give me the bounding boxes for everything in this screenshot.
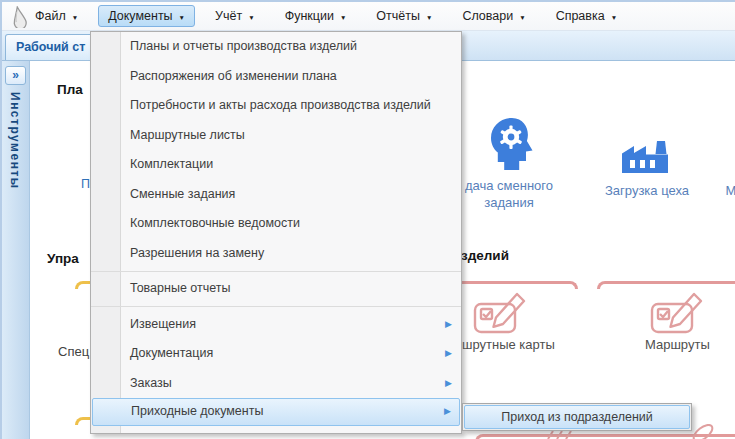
- menu-item-shift-tasks[interactable]: Сменные задания: [91, 180, 461, 210]
- expand-panel-button[interactable]: »: [5, 66, 26, 85]
- documents-dropdown-menu: Планы и отчеты производства изделий Расп…: [90, 31, 462, 434]
- menu-item-label: Потребности и акты расхода производства …: [130, 98, 431, 112]
- tools-panel-title: Инструменты: [8, 92, 22, 190]
- desktop-link-fragment[interactable]: П: [81, 177, 90, 191]
- menu-item-label: Документация: [130, 346, 213, 360]
- shortcut-shift-task-label[interactable]: дача сменного задания: [462, 178, 556, 212]
- menu-separator: [91, 271, 461, 272]
- menu-item-goods-reports[interactable]: Товарные отчеты: [91, 274, 461, 304]
- window-border-top: [0, 0, 735, 2]
- submenu-arrow-icon: ▶: [445, 339, 452, 369]
- caret-down-icon: ▼: [426, 14, 432, 21]
- menu-item-needs-consumption-acts[interactable]: Потребности и акты расхода производства …: [91, 91, 461, 121]
- menu-item-label: Товарные отчеты: [130, 281, 231, 295]
- shortcut-right-label-fragment[interactable]: М: [721, 183, 735, 200]
- menubar-item-reports[interactable]: Отчёты ▼: [366, 5, 442, 27]
- shift-task-head-gear-icon[interactable]: [482, 116, 538, 173]
- menu-item-label: Распоряжения об изменении плана: [130, 69, 337, 83]
- menu-item-label: Комплектовочные ведомости: [130, 216, 300, 230]
- submenu-arrow-icon: ▶: [444, 399, 451, 425]
- app-logo-drop-icon: [9, 6, 28, 28]
- section-heading-management-right: зделий: [461, 248, 509, 263]
- caret-down-icon: ▼: [179, 14, 185, 21]
- section-heading-management: Упра: [47, 251, 79, 266]
- menu-item-production-plans-reports[interactable]: Планы и отчеты производства изделий: [91, 32, 461, 62]
- menu-item-label: Приходные документы: [131, 404, 263, 418]
- menubar-item-file-label: Файл: [35, 9, 66, 23]
- menubar-item-help[interactable]: Справка ▼: [546, 5, 627, 27]
- menubar: Файл ▼ Документы ▼ Учёт ▼ Функции ▼ Отчё…: [2, 2, 735, 31]
- label-specifications-fragment: Спец: [58, 344, 89, 359]
- menu-item-kitting-lists[interactable]: Комплектовочные ведомости: [91, 209, 461, 239]
- menubar-item-documents-label: Документы: [108, 9, 172, 23]
- section-heading-planning: Пла: [57, 82, 83, 97]
- submenu-item-receipt-from-departments[interactable]: Приход из подразделений: [464, 405, 690, 429]
- label-route-cards-fragment: шрутные карты: [462, 337, 555, 352]
- menu-item-label: Комплектации: [130, 157, 213, 171]
- route-cards-icon[interactable]: [472, 292, 528, 342]
- menubar-item-help-label: Справка: [556, 9, 605, 23]
- menubar-item-accounting[interactable]: Учёт ▼: [205, 5, 265, 27]
- menu-item-incoming-documents[interactable]: Приходные документы ▶: [92, 398, 460, 426]
- pen-tip-icon-fragment: [545, 431, 577, 439]
- caret-down-icon: ▼: [72, 14, 78, 21]
- menu-item-plan-change-orders[interactable]: Распоряжения об изменении плана: [91, 62, 461, 92]
- menu-item-label: Разрешения на замену: [130, 246, 264, 260]
- caret-down-icon: ▼: [519, 14, 525, 21]
- menu-item-label: Заказы: [130, 376, 172, 390]
- menu-separator: [91, 306, 461, 307]
- workshop-load-factory-icon[interactable]: [619, 141, 671, 173]
- routes-icon[interactable]: [649, 292, 705, 342]
- submenu-arrow-icon: ▶: [445, 369, 452, 399]
- caret-down-icon: ▼: [248, 14, 254, 21]
- menu-item-label: Сменные задания: [130, 187, 235, 201]
- menubar-item-dictionaries-label: Словари: [462, 9, 513, 23]
- incoming-documents-submenu: Приход из подразделений: [462, 403, 692, 431]
- salmon-card-top: [597, 281, 735, 289]
- menu-item-kitting[interactable]: Комплектации: [91, 150, 461, 180]
- label-routes: Маршруты: [645, 337, 710, 352]
- menu-item-label: Планы и отчеты производства изделий: [130, 39, 357, 53]
- menu-item-documentation[interactable]: Документация ▶: [91, 339, 461, 369]
- caret-down-icon: ▼: [340, 14, 346, 21]
- menu-item-label: Извещения: [130, 317, 196, 331]
- menubar-item-reports-label: Отчёты: [376, 9, 420, 23]
- menu-item-label: Маршрутные листы: [130, 128, 245, 142]
- menu-item-replacement-permissions[interactable]: Разрешения на замену: [91, 239, 461, 269]
- submenu-arrow-icon: ▶: [445, 310, 452, 340]
- menu-item-notifications[interactable]: Извещения ▶: [91, 310, 461, 340]
- menu-item-route-sheets[interactable]: Маршрутные листы: [91, 121, 461, 151]
- menubar-item-documents[interactable]: Документы ▼: [98, 5, 195, 27]
- menu-item-orders[interactable]: Заказы ▶: [91, 369, 461, 399]
- menubar-item-dictionaries[interactable]: Словари ▼: [452, 5, 535, 27]
- tab-desktop[interactable]: Рабочий ст: [5, 34, 100, 60]
- shortcut-workshop-load-label[interactable]: Загрузка цеха: [597, 183, 697, 200]
- menubar-item-accounting-label: Учёт: [215, 9, 242, 23]
- menubar-item-functions[interactable]: Функции ▼: [275, 5, 357, 27]
- menubar-item-functions-label: Функции: [285, 9, 334, 23]
- caret-down-icon: ▼: [611, 14, 617, 21]
- window-border-left: [0, 0, 2, 439]
- tools-panel: » Инструменты: [2, 61, 30, 439]
- menubar-item-file[interactable]: Файл ▼: [25, 5, 88, 27]
